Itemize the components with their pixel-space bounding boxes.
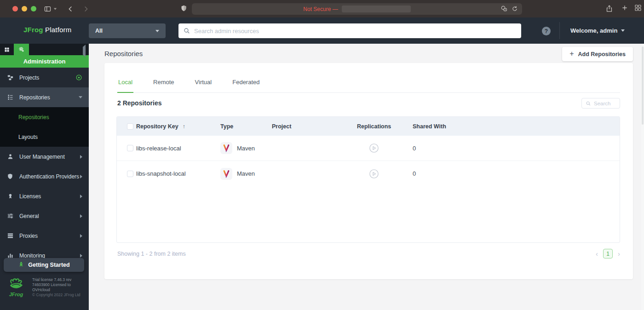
permissions-badge-icon[interactable] [500,5,508,12]
help-glyph: ? [545,28,548,34]
column-project[interactable]: Project [272,123,357,130]
tab-remote[interactable]: Remote [152,77,175,92]
column-repository-key[interactable]: Repository Key [136,123,178,130]
sidebar-item-label: User Management [19,154,80,160]
page-prev-icon[interactable]: ‹ [596,250,598,257]
add-repositories-button[interactable]: + Add Repositories [562,47,633,61]
chevron-down-icon [79,96,82,98]
sidebar-item-proxies[interactable]: Proxies [0,226,89,246]
sidebar-caret-icon[interactable] [54,8,57,10]
row-checkbox[interactable] [127,171,133,177]
table-row[interactable]: libs-snapshot-local Maven 0 [117,161,620,186]
table-search-input[interactable] [594,101,616,106]
reload-icon[interactable] [512,6,518,12]
back-icon[interactable] [67,6,74,12]
collapse-sidebar-icon[interactable] [83,47,86,55]
sidebar-item-authentication-providers[interactable]: Authentication Providers [0,166,89,186]
admin-search [178,23,521,38]
chevron-right-icon [80,195,82,198]
sidebar: Administration Projects Repositories Rep… [0,44,89,310]
sidebar-item-label: Authentication Providers [19,173,80,180]
user-menu[interactable]: Welcome, admin [570,17,625,44]
run-replication-icon[interactable] [369,143,413,153]
window-controls [12,6,36,11]
sidebar-item-repositories[interactable]: Repositories [0,87,89,107]
copyright: © Copyright 2022 JFrog Ltd [32,293,86,298]
repo-type-tabs: Local Remote Virtual Federated [117,77,620,93]
sidebar-item-licenses[interactable]: Licenses [0,186,89,206]
scope-select-value: All [95,28,155,34]
table-header-row: Repository Key ↑ Type Project Replicatio… [117,117,620,136]
scope-select[interactable]: All [89,23,166,38]
license-line: 74603900 Licensed to [32,282,86,287]
admin-gear-tab[interactable] [14,44,29,55]
tab-virtual[interactable]: Virtual [194,77,213,92]
minimize-window-button[interactable] [22,6,27,11]
admin-search-input[interactable] [194,28,517,34]
tab-label: Remote [153,79,174,86]
page-number[interactable]: 1 [603,249,613,258]
scrollbar[interactable] [641,44,644,310]
chevron-right-icon [80,254,82,258]
repositories-count: 2 Repositories [117,99,161,107]
help-button[interactable]: ? [542,27,551,35]
server-stack-icon [6,232,14,240]
column-shared-with[interactable]: Shared With [413,123,620,130]
repositories-table: Repository Key ↑ Type Project Replicatio… [116,116,620,243]
sidebar-item-user-management[interactable]: User Management [0,147,89,166]
select-all-checkbox[interactable] [127,123,133,130]
column-type[interactable]: Type [220,123,272,130]
page-next-icon[interactable]: › [618,250,620,257]
url-redacted [342,6,411,12]
header-divider [559,22,560,39]
license-text: Trial license 7.46.3 rev 74603900 Licens… [32,277,86,298]
new-tab-icon[interactable] [621,4,628,11]
sidebar-toggle-icon[interactable] [44,5,52,13]
browser-titlebar: Not Secure — [0,0,644,17]
settings-sliders-icon [6,212,14,220]
sort-asc-icon[interactable]: ↑ [183,123,185,130]
sidebar-item-label: Proxies [19,233,80,239]
main-content: Repositories + Add Repositories Local Re… [89,44,644,310]
pagination: ‹ 1 › [596,249,620,258]
privacy-shield-icon[interactable] [180,4,187,12]
close-window-button[interactable] [12,6,18,11]
search-icon [183,27,190,34]
scrollbar-thumb[interactable] [642,46,644,125]
plus-icon: + [569,50,574,58]
address-bar[interactable]: Not Secure — [192,3,522,15]
tab-local[interactable]: Local [117,77,133,93]
repositories-icon [6,94,14,101]
rocket-icon [18,261,24,269]
shield-icon [6,173,14,180]
getting-started-button[interactable]: Getting Started [4,258,84,272]
tab-federated[interactable]: Federated [231,77,260,92]
jfrog-logo: JFrog [6,277,26,297]
zoom-window-button[interactable] [31,6,36,11]
forward-icon[interactable] [82,6,89,12]
license-line: Trial license 7.46.3 rev [32,277,86,282]
submenu-item-repositories[interactable]: Repositories [0,107,89,127]
tab-label: Federated [232,79,259,86]
maven-icon [220,142,232,154]
chevron-down-icon [155,30,159,32]
sidebar-item-projects[interactable]: Projects [0,68,89,87]
tab-overview-icon[interactable] [634,4,642,11]
submenu-item-layouts[interactable]: Layouts [0,127,89,147]
target-icon[interactable] [75,74,82,81]
table-row[interactable]: libs-release-local Maven 0 [117,136,620,161]
repo-key[interactable]: libs-release-local [136,145,220,152]
chevron-right-icon [80,175,82,178]
share-icon[interactable] [605,4,613,13]
brand-jfrog: JFrog [23,26,43,34]
sidebar-item-general[interactable]: General [0,206,89,226]
administration-label: Administration [23,58,66,65]
apps-grid-icon[interactable] [0,44,14,55]
repositories-submenu: Repositories Layouts [0,107,89,147]
license-medal-icon [6,193,14,200]
column-replications[interactable]: Replications [357,123,413,130]
run-replication-icon[interactable] [369,169,413,179]
row-checkbox[interactable] [127,145,133,151]
administration-banner: Administration [0,55,89,68]
repo-key[interactable]: libs-snapshot-local [136,170,220,177]
